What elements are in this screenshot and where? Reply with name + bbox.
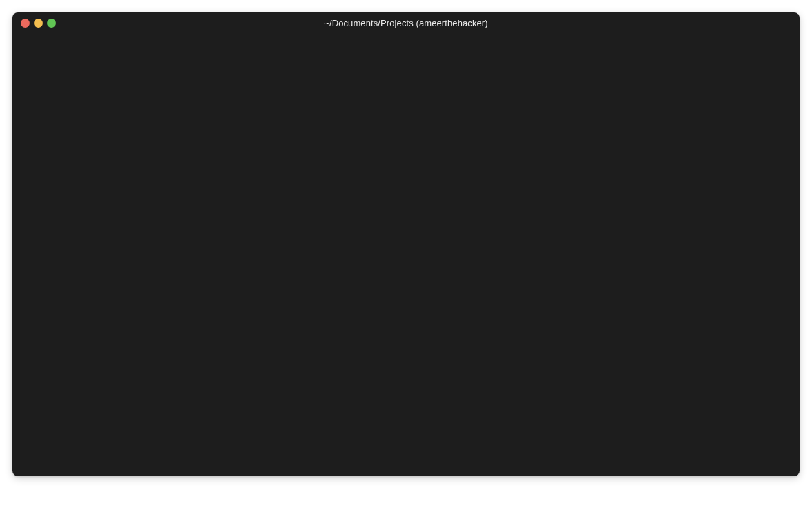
terminal-window: ~/Documents/Projects (ameerthehacker) — [12, 12, 800, 476]
maximize-button[interactable] — [47, 19, 56, 28]
title-bar[interactable]: ~/Documents/Projects (ameerthehacker) — [12, 12, 800, 33]
close-button[interactable] — [21, 19, 30, 28]
traffic-lights — [21, 19, 56, 28]
minimize-button[interactable] — [34, 19, 43, 28]
window-title: ~/Documents/Projects (ameerthehacker) — [21, 12, 791, 34]
terminal-body[interactable] — [12, 33, 800, 476]
